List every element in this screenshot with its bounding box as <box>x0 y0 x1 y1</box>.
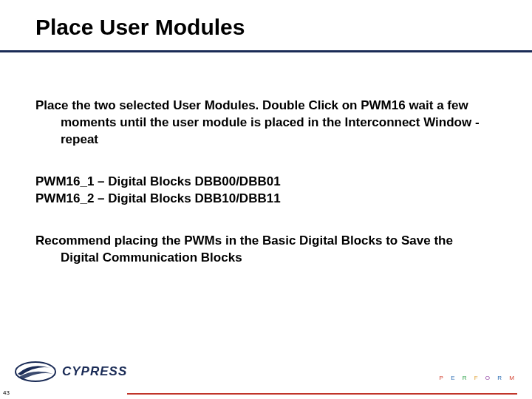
perform-tagline: P E R F O R M <box>440 375 517 381</box>
brand-name: CYPRESS <box>62 364 127 379</box>
perform-letter: P <box>440 375 446 381</box>
perform-letter: R <box>497 375 505 381</box>
perform-letter: E <box>451 375 457 381</box>
body-paragraph: Recommend placing the PWMs in the Basic … <box>35 233 494 267</box>
body-paragraph: Place the two selected User Modules. Dou… <box>35 98 494 149</box>
footer-rule <box>127 393 517 395</box>
perform-letter: O <box>485 375 493 381</box>
body-content: Place the two selected User Modules. Dou… <box>35 98 494 292</box>
page-title: Place User Modules <box>35 15 245 40</box>
body-paragraph: PWM16_1 – Digital Blocks DBB00/DBB01 <box>35 174 494 191</box>
slide: Place User Modules Place the two selecte… <box>0 0 532 399</box>
perform-letter: F <box>474 375 481 381</box>
body-paragraph: PWM16_2 – Digital Blocks DBB10/DBB11 <box>35 191 494 208</box>
perform-letter: R <box>463 375 470 381</box>
perform-letter: M <box>509 375 517 381</box>
body-text: Place the two selected User Modules. Dou… <box>35 98 494 149</box>
cypress-swoosh-icon <box>15 361 56 383</box>
body-text: PWM16_1 – Digital Blocks DBB00/DBB01 <box>35 174 494 191</box>
slide-number: 43 <box>3 389 10 396</box>
brand-logo: CYPRESS <box>15 361 127 383</box>
title-rule <box>0 50 532 52</box>
body-text: Recommend placing the PWMs in the Basic … <box>35 233 494 267</box>
body-text: PWM16_2 – Digital Blocks DBB10/DBB11 <box>35 191 494 208</box>
